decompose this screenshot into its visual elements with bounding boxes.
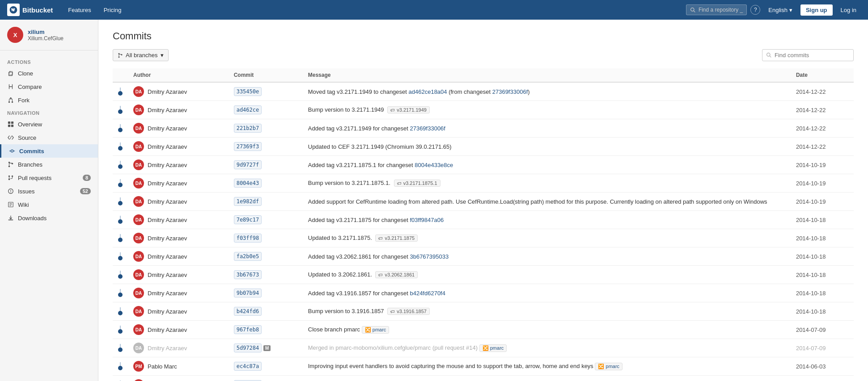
message-link[interactable]: f03ff9847a06 — [410, 217, 444, 223]
message-link[interactable]: 8004e433e8ce — [415, 162, 453, 168]
wiki-icon — [7, 201, 14, 208]
login-button[interactable]: Log in — [836, 5, 861, 15]
commit-graph — [113, 357, 128, 376]
table-row: DADmitry Azaraev221b2b7Added tag v3.2171… — [113, 119, 854, 138]
help-button[interactable]: ? — [750, 5, 760, 15]
commit-hash-cell: fa2b0e5 — [229, 247, 303, 266]
commit-hash-link[interactable]: 5d97284 — [234, 343, 262, 352]
table-row: DADmitry Azaraevad462ceBump version to 3… — [113, 101, 854, 119]
sidebar-item-pull-requests[interactable]: Pull requests 8 — [0, 171, 98, 184]
author-header: Author — [128, 68, 229, 82]
sign-up-button[interactable]: Sign up — [800, 4, 833, 16]
message-cell: Merged in pmarc-mobomo/xilium.cefglue/pm… — [303, 339, 791, 357]
date-cell: 2014-07-09 — [791, 339, 854, 357]
sidebar-item-wiki[interactable]: Wiki — [0, 198, 98, 211]
pr-branch-badge[interactable]: 🔀 pmarc — [595, 363, 622, 370]
avatar: DA — [133, 251, 144, 262]
commit-hash-link[interactable]: 967feb8 — [234, 325, 262, 334]
message-cell: Close branch pmarc 🔀 pmarc — [303, 321, 791, 339]
date-header: Date — [791, 68, 854, 82]
sidebar-item-source[interactable]: Source — [0, 131, 98, 144]
avatar: DA — [133, 233, 144, 243]
date-cell: 2014-12-22 — [791, 101, 854, 119]
commit-hash-link[interactable]: 9d9727f — [234, 160, 262, 169]
message-cell: Updated to 3.2171.1875. 🏷v3.2171.1875 — [303, 229, 791, 247]
commit-hash-link[interactable]: 7e89c17 — [234, 215, 262, 224]
tag-icon: 🏷 — [390, 309, 395, 314]
message-link[interactable]: ad462ce18a04 — [409, 88, 447, 95]
commit-hash-link[interactable]: ad462ce — [234, 105, 262, 114]
commit-hash-link[interactable]: 27369f3 — [234, 142, 262, 151]
branch-selector[interactable]: All branches ▾ — [113, 49, 169, 61]
top-navigation: Bitbucket Features Pricing Find a reposi… — [0, 0, 868, 20]
commit-hash-link[interactable]: f03ff98 — [234, 234, 262, 243]
avatar: DA — [133, 159, 144, 170]
content-area: Commits All branches ▾ Author Commit Mes… — [98, 20, 868, 381]
commit-hash-link[interactable]: 221b2b7 — [234, 124, 262, 133]
commit-hash-link[interactable]: ec4c87a — [234, 362, 262, 371]
sidebar-item-branches[interactable]: Branches — [0, 158, 98, 171]
commit-hash-link[interactable]: b424fd6 — [234, 307, 262, 316]
commit-hash-link[interactable]: 335450e — [234, 87, 262, 96]
top-nav-right: Find a repository _ ? English ▾ Sign up … — [686, 4, 861, 16]
date-cell: 2014-10-19 — [791, 156, 854, 174]
message-link[interactable]: 27369f33006f — [410, 125, 445, 132]
language-selector[interactable]: English ▾ — [764, 5, 797, 15]
message-cell: Moved tag v3.2171.1949 to changeset ad46… — [303, 82, 791, 101]
pr-branch-badge[interactable]: 🔀 pmarc — [479, 344, 507, 352]
find-repository[interactable]: Find a repository _ — [686, 4, 747, 15]
commit-hash-cell: 27369f3 — [229, 138, 303, 156]
commit-hash-cell: 1e982df — [229, 193, 303, 211]
sidebar-item-fork[interactable]: Fork — [0, 93, 98, 107]
commit-hash-link[interactable]: 8004e43 — [234, 179, 262, 188]
nav-features[interactable]: Features — [62, 0, 97, 20]
pull-requests-icon — [7, 174, 14, 181]
issues-icon — [7, 188, 14, 195]
clone-icon — [7, 70, 14, 77]
fork-icon — [7, 96, 14, 104]
commit-hash-link[interactable]: 1e982df — [234, 197, 262, 206]
commit-hash-link[interactable]: 9b07b94 — [234, 289, 262, 297]
sidebar-item-overview[interactable]: Overview — [0, 117, 98, 131]
author-cell: DADmitry Azaraev — [128, 119, 229, 138]
message-link[interactable]: 3b6767395033 — [410, 253, 449, 260]
nav-pricing[interactable]: Pricing — [97, 0, 128, 20]
pr-branch-badge[interactable]: 🔀 pmarc — [362, 326, 390, 334]
author-cell: DADmitry Azaraev — [128, 101, 229, 119]
logo[interactable]: Bitbucket — [7, 4, 53, 16]
tag-badge: 🏷v3.2171.1875.1 — [394, 180, 440, 187]
message-link-2[interactable]: 27369f33006f — [492, 88, 528, 95]
commit-hash-link[interactable]: 3b67673 — [234, 270, 262, 279]
sidebar-item-downloads[interactable]: Downloads — [0, 211, 98, 225]
message-cell: Improving input event handlers to avoid … — [303, 357, 791, 376]
sidebar-item-issues[interactable]: Issues 52 — [0, 184, 98, 198]
sidebar-item-compare[interactable]: Compare — [0, 80, 98, 93]
svg-point-20 — [12, 176, 13, 177]
commit-hash-link[interactable]: fa2b0e5 — [234, 252, 262, 261]
pull-requests-badge: 8 — [83, 175, 91, 181]
tag-badge: 🏷v3.2171.1875 — [375, 234, 418, 242]
avatar: DA — [133, 86, 144, 97]
message-link[interactable]: b424fd6270f4 — [410, 290, 445, 297]
top-nav-links: Features Pricing — [62, 0, 686, 20]
avatar: DA — [133, 214, 144, 225]
commit-graph — [113, 156, 128, 174]
author-cell: DADmitry Azaraev — [128, 193, 229, 211]
date-cell: 2014-10-18 — [791, 302, 854, 321]
author-cell: DADmitry Azaraev — [128, 321, 229, 339]
sidebar-item-clone[interactable]: Clone — [0, 67, 98, 80]
tag-badge: 🏷v3.2171.1949 — [387, 106, 430, 113]
downloads-icon — [7, 214, 14, 222]
author-cell: DADmitry Azaraev — [128, 82, 229, 101]
author-cell: DADmitry Azaraev — [128, 284, 229, 302]
avatar: DA — [133, 343, 144, 353]
commit-graph — [113, 82, 128, 101]
commit-hash-cell: ec4c87a — [229, 357, 303, 376]
table-row: DADmitry Azaraevb424fd6Bump version to 3… — [113, 302, 854, 321]
table-row: DADmitry Azaraev9b07b94Added tag v3.1916… — [113, 284, 854, 302]
issues-badge: 52 — [80, 188, 91, 194]
find-commits-input[interactable] — [775, 52, 850, 59]
sidebar-item-commits[interactable]: Commits — [0, 144, 98, 158]
author-cell: PMPablo Marc — [128, 357, 229, 376]
commit-hash-cell: f03ff98 — [229, 229, 303, 247]
